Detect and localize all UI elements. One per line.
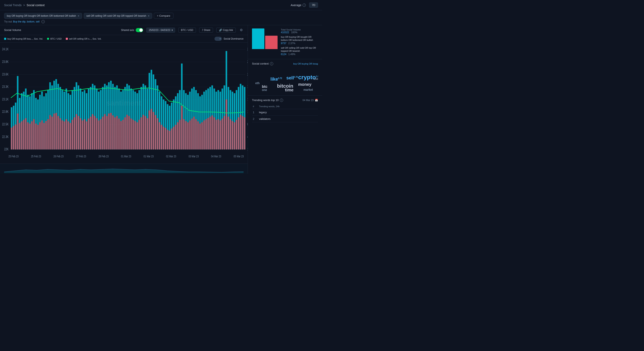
svg-text:49.5: 49.5	[247, 135, 248, 138]
legend-btc-label: BTC / USD	[50, 38, 62, 40]
buy-query: buy OR buying OR bought OR bottom OR bot…	[281, 36, 318, 42]
svg-rect-248	[224, 116, 225, 150]
try-info-icon[interactable]: i	[42, 20, 45, 23]
legend-item-sell[interactable]: sell OR selling OR s..., Soc. Vol.	[66, 38, 102, 40]
svg-rect-162	[49, 115, 51, 150]
pair-button[interactable]: BTC / USD	[178, 28, 196, 32]
svg-rect-197	[120, 121, 122, 150]
search-tag-buy: buy OR buying OR bought OR bottom OR bot…	[4, 13, 82, 19]
svg-rect-170	[66, 119, 67, 150]
shared-axis-switch[interactable]	[136, 28, 143, 32]
svg-rect-165	[56, 113, 57, 149]
svg-text:23.3K: 23.3K	[2, 85, 9, 88]
trending-table-row: 2 validators	[252, 116, 318, 122]
settings-icon[interactable]: ⚙	[239, 27, 244, 33]
svg-rect-182	[90, 117, 92, 150]
svg-text:04 Mar 23: 04 Mar 23	[211, 154, 221, 158]
svg-rect-249	[226, 100, 227, 150]
svg-rect-234	[195, 119, 197, 150]
try-link[interactable]: Buy the dip, bottom, sell	[13, 20, 40, 23]
search-tag-sell-close[interactable]: ×	[148, 14, 150, 17]
svg-rect-231	[189, 120, 191, 150]
compare-button[interactable]: + Compare	[154, 13, 174, 19]
svg-rect-209	[144, 116, 146, 150]
svg-rect-214	[155, 115, 156, 150]
word-cloud-word[interactable]: eth	[255, 82, 260, 85]
average-info-icon[interactable]: i	[302, 4, 306, 7]
period-button[interactable]: 7D	[309, 2, 318, 8]
legend-item-btc[interactable]: BTC / USD	[47, 38, 62, 40]
sell-stat: sell OR selling OR sold OR top OR topped…	[281, 46, 318, 56]
svg-rect-245	[218, 119, 219, 150]
main-layout: Social Volume Shared axis 25/02/23 - 04/…	[0, 25, 322, 174]
svg-rect-167	[60, 118, 61, 150]
word-cloud-word[interactable]: use	[314, 77, 318, 80]
total-pct: 100%	[291, 31, 297, 34]
svg-rect-208	[142, 115, 144, 150]
mini-chart-svg	[4, 164, 244, 173]
word-cloud-word[interactable]: one	[262, 88, 267, 92]
svg-rect-196	[118, 118, 120, 150]
svg-rect-212	[150, 109, 152, 150]
svg-rect-203	[132, 120, 134, 150]
trending-rank: 2	[252, 116, 258, 122]
svg-rect-240	[208, 118, 209, 150]
svg-text:82: 82	[247, 122, 248, 126]
svg-rect-223	[173, 126, 175, 150]
word-cloud-word[interactable]: money	[298, 82, 312, 87]
svg-rect-243	[214, 117, 215, 150]
svg-text:277: 277	[247, 47, 248, 51]
svg-text:03 Mar 23: 03 Mar 23	[188, 154, 198, 158]
svg-rect-201	[128, 116, 130, 150]
trending-word: validators	[258, 116, 318, 122]
svg-rect-250	[228, 117, 229, 150]
svg-rect-146	[17, 114, 18, 149]
context-info-icon[interactable]: i	[270, 62, 273, 65]
search-tag-buy-close[interactable]: ×	[78, 14, 80, 17]
svg-rect-218	[163, 126, 164, 150]
svg-rect-168	[62, 120, 63, 150]
svg-rect-229	[185, 121, 186, 150]
svg-text:23.6K: 23.6K	[2, 72, 9, 76]
date-range-picker[interactable]: 25/02/23 - 04/03/23 ▾	[146, 28, 175, 32]
trending-table-row: 1 legacy	[252, 109, 318, 116]
trending-info-icon[interactable]: i	[280, 98, 283, 102]
chart-title: Social Volume	[4, 28, 21, 32]
calendar-icon[interactable]: 📅	[315, 99, 318, 102]
word-cloud-word[interactable]: like0.72	[270, 76, 282, 82]
svg-rect-158	[41, 120, 43, 150]
svg-rect-215	[157, 118, 158, 150]
svg-rect-195	[116, 116, 118, 150]
breadcrumb-parent[interactable]: Social Trends	[4, 4, 22, 7]
search-area: buy OR buying OR bought OR bottom OR bot…	[0, 10, 322, 25]
svg-rect-204	[134, 121, 136, 150]
stats-section: Total Social Volume 410322 100% buy OR b…	[248, 25, 322, 59]
svg-text:179: 179	[247, 85, 248, 88]
svg-rect-187	[100, 119, 102, 150]
svg-text:25 Feb 23: 25 Feb 23	[8, 154, 18, 158]
legend-item-buy[interactable]: buy OR buying OR bou..., Soc. Vol.	[4, 38, 43, 40]
svg-rect-256	[240, 115, 242, 150]
search-tags-row: buy OR buying OR bought OR bottom OR bot…	[4, 13, 318, 19]
svg-text:22.8K: 22.8K	[2, 110, 9, 114]
word-cloud-word[interactable]: time	[285, 88, 294, 92]
svg-rect-171	[68, 121, 69, 149]
svg-rect-154	[33, 119, 35, 150]
svg-text:24.1K: 24.1K	[2, 47, 9, 51]
svg-text:01 Mar 23: 01 Mar 23	[144, 154, 154, 158]
social-dominance-label: Social Dominance	[224, 37, 244, 40]
svg-rect-150	[25, 118, 26, 150]
copy-link-button[interactable]: 🔗 Copy link	[216, 28, 236, 32]
buy-stat-values: 9737 2.37%	[281, 42, 318, 45]
link-icon: 🔗	[219, 29, 223, 32]
average-label: Average i	[290, 4, 306, 7]
svg-rect-148	[21, 121, 23, 149]
word-cloud-word[interactable]: sell0.76	[286, 75, 298, 81]
word-cloud-word[interactable]: market	[304, 88, 313, 91]
social-dominance-switch[interactable]: ✕	[214, 37, 222, 41]
try-out-area: Try out: Buy the dip, bottom, sell i	[4, 19, 318, 23]
svg-text:244: 244	[247, 60, 248, 64]
share-button[interactable]: ⤴ Share	[199, 28, 213, 32]
svg-text:26 Feb 23: 26 Feb 23	[54, 154, 64, 158]
svg-rect-207	[140, 117, 142, 150]
